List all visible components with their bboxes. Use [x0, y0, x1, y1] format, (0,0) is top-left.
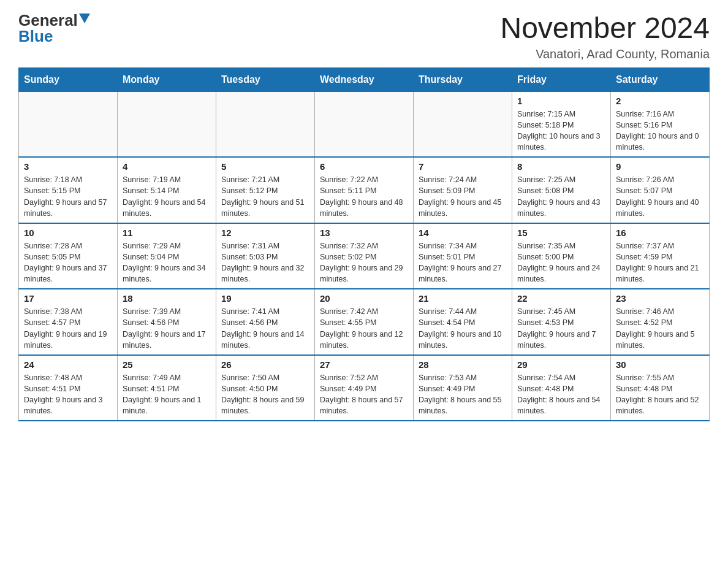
- calendar-cell: 2Sunrise: 7:16 AM Sunset: 5:16 PM Daylig…: [611, 91, 710, 157]
- day-info: Sunrise: 7:55 AM Sunset: 4:48 PM Dayligh…: [616, 372, 704, 417]
- logo-blue-text: Blue: [18, 27, 53, 45]
- calendar-cell: 3Sunrise: 7:18 AM Sunset: 5:15 PM Daylig…: [19, 157, 118, 223]
- day-number: 12: [221, 228, 309, 238]
- calendar-week-row: 24Sunrise: 7:48 AM Sunset: 4:51 PM Dayli…: [19, 355, 710, 421]
- day-info: Sunrise: 7:39 AM Sunset: 4:56 PM Dayligh…: [123, 306, 211, 351]
- calendar-cell: 29Sunrise: 7:54 AM Sunset: 4:48 PM Dayli…: [512, 355, 611, 421]
- day-number: 26: [221, 359, 309, 370]
- day-info: Sunrise: 7:37 AM Sunset: 4:59 PM Dayligh…: [616, 240, 704, 285]
- day-info: Sunrise: 7:25 AM Sunset: 5:08 PM Dayligh…: [517, 174, 605, 219]
- day-of-week-header: Sunday: [19, 67, 118, 91]
- day-number: 11: [123, 228, 211, 238]
- day-number: 17: [24, 293, 112, 304]
- calendar-cell: 9Sunrise: 7:26 AM Sunset: 5:07 PM Daylig…: [611, 157, 710, 223]
- day-info: Sunrise: 7:24 AM Sunset: 5:09 PM Dayligh…: [419, 174, 507, 219]
- day-info: Sunrise: 7:16 AM Sunset: 5:16 PM Dayligh…: [616, 109, 704, 153]
- day-of-week-header: Tuesday: [216, 67, 315, 91]
- day-number: 14: [419, 228, 507, 238]
- calendar-cell: 5Sunrise: 7:21 AM Sunset: 5:12 PM Daylig…: [216, 157, 315, 223]
- day-info: Sunrise: 7:35 AM Sunset: 5:00 PM Dayligh…: [517, 240, 605, 285]
- day-info: Sunrise: 7:48 AM Sunset: 4:51 PM Dayligh…: [24, 372, 112, 417]
- month-title: November 2024: [500, 12, 710, 45]
- calendar-cell: 12Sunrise: 7:31 AM Sunset: 5:03 PM Dayli…: [216, 223, 315, 289]
- calendar-cell: 24Sunrise: 7:48 AM Sunset: 4:51 PM Dayli…: [19, 355, 118, 421]
- calendar-cell: 23Sunrise: 7:46 AM Sunset: 4:52 PM Dayli…: [611, 289, 710, 355]
- day-info: Sunrise: 7:50 AM Sunset: 4:50 PM Dayligh…: [221, 372, 309, 417]
- calendar-table: SundayMondayTuesdayWednesdayThursdayFrid…: [18, 67, 710, 422]
- day-info: Sunrise: 7:49 AM Sunset: 4:51 PM Dayligh…: [123, 372, 211, 417]
- day-of-week-header: Saturday: [611, 67, 710, 91]
- calendar-cell: [414, 91, 512, 157]
- day-info: Sunrise: 7:41 AM Sunset: 4:56 PM Dayligh…: [221, 306, 309, 351]
- day-number: 6: [320, 161, 408, 172]
- calendar-cell: 18Sunrise: 7:39 AM Sunset: 4:56 PM Dayli…: [118, 289, 216, 355]
- calendar-cell: 20Sunrise: 7:42 AM Sunset: 4:55 PM Dayli…: [315, 289, 414, 355]
- day-of-week-header: Wednesday: [315, 67, 414, 91]
- day-number: 3: [24, 161, 112, 172]
- day-info: Sunrise: 7:19 AM Sunset: 5:14 PM Dayligh…: [123, 174, 211, 219]
- calendar-week-row: 3Sunrise: 7:18 AM Sunset: 5:15 PM Daylig…: [19, 157, 710, 223]
- calendar-cell: 6Sunrise: 7:22 AM Sunset: 5:11 PM Daylig…: [315, 157, 414, 223]
- calendar-cell: 15Sunrise: 7:35 AM Sunset: 5:00 PM Dayli…: [512, 223, 611, 289]
- calendar-week-row: 10Sunrise: 7:28 AM Sunset: 5:05 PM Dayli…: [19, 223, 710, 289]
- day-number: 27: [320, 359, 408, 370]
- calendar-cell: [118, 91, 216, 157]
- calendar-cell: 26Sunrise: 7:50 AM Sunset: 4:50 PM Dayli…: [216, 355, 315, 421]
- day-number: 20: [320, 293, 408, 304]
- day-number: 28: [419, 359, 507, 370]
- calendar-cell: 27Sunrise: 7:52 AM Sunset: 4:49 PM Dayli…: [315, 355, 414, 421]
- page-header: General Blue November 2024 Vanatori, Ara…: [18, 12, 710, 61]
- day-info: Sunrise: 7:22 AM Sunset: 5:11 PM Dayligh…: [320, 174, 408, 219]
- calendar-week-row: 1Sunrise: 7:15 AM Sunset: 5:18 PM Daylig…: [19, 91, 710, 157]
- calendar-cell: 22Sunrise: 7:45 AM Sunset: 4:53 PM Dayli…: [512, 289, 611, 355]
- calendar-cell: 8Sunrise: 7:25 AM Sunset: 5:08 PM Daylig…: [512, 157, 611, 223]
- day-info: Sunrise: 7:28 AM Sunset: 5:05 PM Dayligh…: [24, 240, 112, 285]
- calendar-cell: [19, 91, 118, 157]
- day-number: 13: [320, 228, 408, 238]
- day-number: 19: [221, 293, 309, 304]
- day-info: Sunrise: 7:44 AM Sunset: 4:54 PM Dayligh…: [419, 306, 507, 351]
- day-info: Sunrise: 7:29 AM Sunset: 5:04 PM Dayligh…: [123, 240, 211, 285]
- calendar-cell: 13Sunrise: 7:32 AM Sunset: 5:02 PM Dayli…: [315, 223, 414, 289]
- calendar-week-row: 17Sunrise: 7:38 AM Sunset: 4:57 PM Dayli…: [19, 289, 710, 355]
- day-number: 8: [517, 161, 605, 172]
- calendar-cell: 16Sunrise: 7:37 AM Sunset: 4:59 PM Dayli…: [611, 223, 710, 289]
- day-number: 21: [419, 293, 507, 304]
- day-number: 9: [616, 161, 704, 172]
- day-number: 7: [419, 161, 507, 172]
- calendar-cell: 1Sunrise: 7:15 AM Sunset: 5:18 PM Daylig…: [512, 91, 611, 157]
- day-info: Sunrise: 7:46 AM Sunset: 4:52 PM Dayligh…: [616, 306, 704, 351]
- calendar-cell: 19Sunrise: 7:41 AM Sunset: 4:56 PM Dayli…: [216, 289, 315, 355]
- day-of-week-header: Thursday: [414, 67, 512, 91]
- day-number: 5: [221, 161, 309, 172]
- day-info: Sunrise: 7:31 AM Sunset: 5:03 PM Dayligh…: [221, 240, 309, 285]
- day-number: 15: [517, 228, 605, 238]
- day-info: Sunrise: 7:18 AM Sunset: 5:15 PM Dayligh…: [24, 174, 112, 219]
- day-number: 24: [24, 359, 112, 370]
- logo: General Blue: [18, 12, 90, 44]
- location-text: Vanatori, Arad County, Romania: [500, 47, 710, 61]
- day-info: Sunrise: 7:15 AM Sunset: 5:18 PM Dayligh…: [517, 109, 605, 153]
- day-number: 4: [123, 161, 211, 172]
- logo-arrow-icon: [79, 13, 90, 25]
- day-of-week-header: Monday: [118, 67, 216, 91]
- day-info: Sunrise: 7:38 AM Sunset: 4:57 PM Dayligh…: [24, 306, 112, 351]
- calendar-cell: 14Sunrise: 7:34 AM Sunset: 5:01 PM Dayli…: [414, 223, 512, 289]
- day-number: 16: [616, 228, 704, 238]
- day-number: 23: [616, 293, 704, 304]
- calendar-cell: 21Sunrise: 7:44 AM Sunset: 4:54 PM Dayli…: [414, 289, 512, 355]
- day-of-week-header: Friday: [512, 67, 611, 91]
- title-area: November 2024 Vanatori, Arad County, Rom…: [500, 12, 710, 61]
- day-number: 18: [123, 293, 211, 304]
- day-number: 1: [517, 96, 605, 106]
- day-info: Sunrise: 7:42 AM Sunset: 4:55 PM Dayligh…: [320, 306, 408, 351]
- svg-marker-0: [79, 13, 90, 23]
- calendar-cell: 17Sunrise: 7:38 AM Sunset: 4:57 PM Dayli…: [19, 289, 118, 355]
- calendar-cell: [216, 91, 315, 157]
- day-info: Sunrise: 7:45 AM Sunset: 4:53 PM Dayligh…: [517, 306, 605, 351]
- calendar-cell: [315, 91, 414, 157]
- calendar-cell: 7Sunrise: 7:24 AM Sunset: 5:09 PM Daylig…: [414, 157, 512, 223]
- logo-general-text: General: [18, 12, 78, 28]
- day-number: 25: [123, 359, 211, 370]
- day-number: 10: [24, 228, 112, 238]
